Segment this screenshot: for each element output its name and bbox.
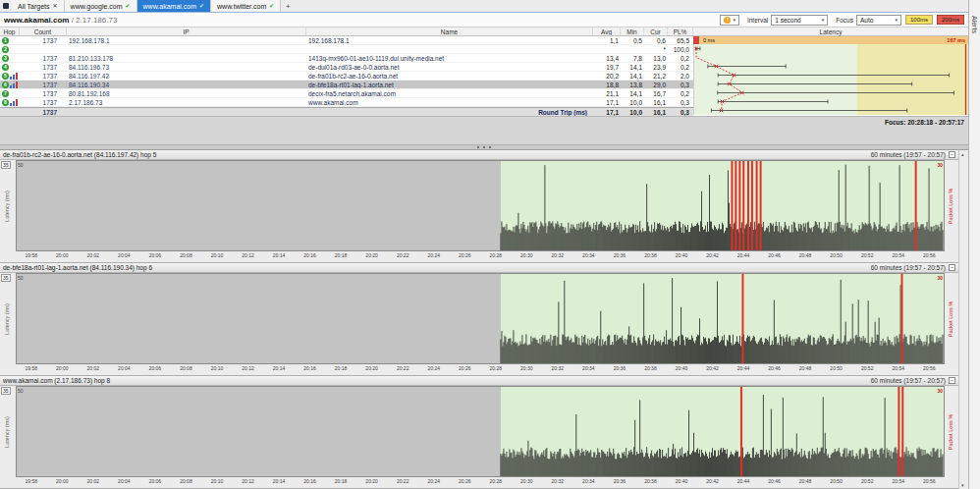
time-tick: 20:02 xyxy=(87,365,100,371)
time-tick: 20:34 xyxy=(582,365,595,371)
tab-bar: All Targetswww.google.comwww.akamai.comw… xyxy=(0,0,968,13)
packet-loss-axis-label: Packet Loss % xyxy=(948,413,953,449)
collapse-graph-icon[interactable] xyxy=(949,377,955,384)
time-tick: 20:38 xyxy=(644,478,657,484)
hop-row-6[interactable]: 6173784.116.190.34de-bfe18a-rt01-lag-1.a… xyxy=(0,81,693,89)
tab-www-twitter-com[interactable]: www.twitter.com xyxy=(211,0,281,12)
alerts-side-tab[interactable]: Alerts xyxy=(968,0,980,489)
hop-row-3[interactable]: 3173781.210.133.1781413g-mx960-01-ae10-1… xyxy=(0,54,693,63)
hop-row-5[interactable]: 5173784.116.197.42de-fra01b-rc2-ae-16-0.… xyxy=(0,72,693,81)
time-tick: 20:20 xyxy=(365,252,378,258)
time-tick: 20:48 xyxy=(799,252,812,258)
hop-count: 1737 xyxy=(20,99,67,106)
latency-axis: 35 Latency (ms) xyxy=(0,160,16,251)
latency-range-chart[interactable] xyxy=(693,44,968,115)
collapse-graph-icon[interactable] xyxy=(949,264,955,271)
hop-count: 1737 xyxy=(20,37,67,44)
check-icon xyxy=(269,3,274,9)
timeline-plot[interactable]: 50 30 xyxy=(16,273,945,364)
timeline-graph-icon[interactable] xyxy=(10,82,18,88)
latency-tick-label: 50 xyxy=(18,275,24,281)
latency-tick-label: 50 xyxy=(18,162,24,168)
scale-badge[interactable]: 35 xyxy=(1,387,11,395)
time-tick: 20:28 xyxy=(490,252,503,258)
focus-value: Auto xyxy=(860,17,873,24)
column-header-min[interactable]: Min xyxy=(621,27,644,35)
focus-label: Focus xyxy=(836,17,853,24)
hop-ip: 84.116.196.73 xyxy=(67,64,306,71)
packet-loss-axis: Packet Loss % xyxy=(945,386,958,477)
timeline-header[interactable]: de-bfe18a-rt01-lag-1.aorta.net (84.116.1… xyxy=(0,263,958,273)
focus-select[interactable]: Auto xyxy=(856,15,901,26)
scale-badge[interactable]: 35 xyxy=(1,161,11,169)
latency-threshold-100ms[interactable]: 100ms xyxy=(905,15,933,25)
time-tick: 20:20 xyxy=(365,478,378,484)
latency-scale-strip: 0 ms 167 ms xyxy=(693,36,968,44)
time-tick: 20:14 xyxy=(273,365,286,371)
time-tick: 20:36 xyxy=(614,252,626,258)
column-header-name[interactable]: Name xyxy=(306,27,593,35)
packet-loss-tick-label: 30 xyxy=(937,162,943,168)
hop-ip: 80.81.192.168 xyxy=(67,90,306,97)
graphs-scrollbar[interactable] xyxy=(958,150,968,489)
hop-min: 10,0 xyxy=(621,99,644,106)
round-trip-min: 10,0 xyxy=(621,109,644,116)
time-tick: 20:10 xyxy=(211,252,224,258)
timeline-header[interactable]: de-fra01b-rc2-ae-16-0.aorta.net (84.116.… xyxy=(0,150,958,160)
scale-badge[interactable]: 35 xyxy=(1,274,11,282)
focus-range-text: Focus: 20:28:18 - 20:57:17 xyxy=(885,119,964,126)
timeline-plot[interactable]: 50 30 xyxy=(16,160,945,251)
column-header-hop[interactable]: Hop xyxy=(0,27,20,35)
new-tab-button[interactable]: + xyxy=(281,0,295,12)
hop-row-1[interactable]: 11737192.168.178.1192.168.178.11,10,50,6… xyxy=(0,36,693,45)
column-header-ip[interactable]: IP xyxy=(67,27,306,35)
timeline-graph-icon[interactable] xyxy=(10,73,18,80)
hop-row-7[interactable]: 7173780.81.192.168decix-fra5.netarch.aka… xyxy=(0,89,693,98)
app-menu-icon[interactable] xyxy=(0,0,12,12)
column-header-pl[interactable]: PL% xyxy=(668,27,693,35)
hop-avg: 18,8 xyxy=(593,82,621,88)
timeline-title: www.akamai.com (2.17.186.73) hop 8 xyxy=(3,377,110,384)
collapse-graph-icon[interactable] xyxy=(949,151,955,158)
hop-row-4[interactable]: 4173784.116.196.73de-dui01a-rd03-ae-0-0.… xyxy=(0,63,693,72)
hop-row-2[interactable]: 2*100,0 xyxy=(0,45,693,54)
hop-row-8[interactable]: 817372.17.186.73www.akamai.com17,110,016… xyxy=(0,98,693,107)
timeline-body: 35 Latency (ms) 50 30 Packet Loss % xyxy=(0,386,958,477)
tab-all-targets[interactable]: All Targets xyxy=(12,0,65,12)
chevron-down-icon xyxy=(895,17,898,23)
time-tick: 20:04 xyxy=(118,478,131,484)
timeline-plot[interactable]: 50 30 xyxy=(16,386,945,477)
time-tick: 20:40 xyxy=(676,478,688,484)
timeline-duration: 60 minutes (19:57 - 20:57) xyxy=(871,377,946,384)
hop-number-badge: 3 xyxy=(2,55,9,62)
latency-scale-min: 0 ms xyxy=(703,37,715,43)
hop-name: 1413g-mx960-01-ae10-1119.dui.unity-media… xyxy=(306,55,593,62)
hop-number-badge: 2 xyxy=(2,46,9,53)
time-tick: 20:30 xyxy=(520,365,533,371)
packet-loss-axis-label: Packet Loss % xyxy=(948,188,953,223)
tab-label: All Targets xyxy=(18,3,50,10)
interval-select[interactable]: 1 second xyxy=(771,15,828,26)
timeline-graph-icon[interactable] xyxy=(10,99,18,106)
time-tick: 20:50 xyxy=(830,478,843,484)
time-tick: 20:40 xyxy=(676,365,688,371)
time-tick: 20:22 xyxy=(397,252,409,258)
time-tick: 20:06 xyxy=(149,478,162,484)
tab-www-google-com[interactable]: www.google.com xyxy=(65,0,137,12)
tab-www-akamai-com[interactable]: www.akamai.com xyxy=(137,0,212,12)
time-tick: 20:22 xyxy=(397,365,409,371)
column-header-cur[interactable]: Cur xyxy=(644,27,668,35)
column-header-avg[interactable]: Avg xyxy=(593,27,621,35)
alerts-warning-button[interactable]: ▾ xyxy=(720,15,739,26)
close-icon[interactable] xyxy=(53,3,58,9)
time-tick: 20:46 xyxy=(768,365,781,371)
hop-number-badge: 7 xyxy=(2,90,9,97)
hop-count: 1737 xyxy=(20,73,67,80)
latency-threshold-200ms[interactable]: 200ms xyxy=(937,15,964,25)
column-header-count[interactable]: Count xyxy=(20,27,67,35)
latency-zero-marker xyxy=(693,36,699,44)
timeline-header[interactable]: www.akamai.com (2.17.186.73) hop 8 60 mi… xyxy=(0,376,958,386)
time-axis: 19:5820:0020:0220:0420:0620:0820:1020:12… xyxy=(16,364,945,373)
hop-avg: 19,7 xyxy=(593,64,621,71)
latency-scale-max: 167 ms xyxy=(947,37,965,43)
